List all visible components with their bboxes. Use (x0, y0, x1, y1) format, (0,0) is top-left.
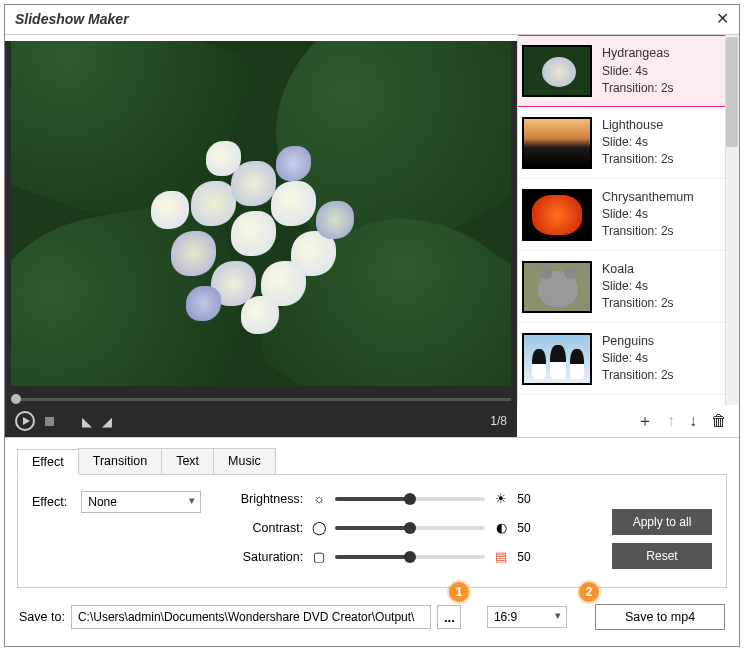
contrast-value: 50 (517, 521, 539, 535)
thumbnail-image (522, 333, 592, 385)
thumbnail-name: Koala (602, 261, 674, 279)
effect-dropdown[interactable]: None (81, 491, 201, 513)
titlebar: Slideshow Maker ✕ (5, 5, 739, 35)
thumbnail-slide-duration: Slide: 4s (602, 134, 674, 151)
thumbnail-image (522, 117, 592, 169)
list-item[interactable]: HydrangeasSlide: 4sTransition: 2s (518, 35, 739, 107)
move-down-icon[interactable]: ↓ (689, 412, 697, 430)
thumbnail-image (522, 189, 592, 241)
thumbnail-slide-duration: Slide: 4s (602, 350, 674, 367)
save-to-label: Save to: (19, 610, 65, 624)
thumbnail-transition-duration: Transition: 2s (602, 367, 674, 384)
saturation-slider[interactable] (335, 555, 485, 559)
brightness-slider[interactable] (335, 497, 485, 501)
preview-image (11, 41, 511, 386)
brightness-low-icon: ☼ (311, 491, 327, 506)
thumbnail-list: HydrangeasSlide: 4sTransition: 2sLightho… (517, 35, 739, 405)
list-item[interactable]: KoalaSlide: 4sTransition: 2s (518, 251, 739, 323)
move-up-icon[interactable]: ↑ (667, 412, 675, 430)
apply-to-all-button[interactable]: Apply to all (612, 509, 712, 535)
contrast-slider[interactable] (335, 526, 485, 530)
saturation-low-icon: ▢ (311, 549, 327, 564)
close-icon[interactable]: ✕ (716, 9, 729, 28)
seek-handle[interactable] (11, 394, 21, 404)
brightness-label: Brightness: (231, 492, 303, 506)
save-to-mp4-button[interactable]: Save to mp4 (595, 604, 725, 630)
preview-area: ◣ ◢ 1/8 (5, 41, 517, 437)
seek-bar[interactable] (11, 398, 511, 401)
brightness-high-icon: ☀ (493, 491, 509, 506)
scrollbar[interactable] (725, 35, 739, 405)
thumbnail-slide-duration: Slide: 4s (602, 206, 694, 223)
rotate-right-icon[interactable]: ◢ (102, 414, 112, 429)
contrast-label: Contrast: (231, 521, 303, 535)
play-button[interactable] (15, 411, 35, 431)
tab-effect[interactable]: Effect (17, 449, 79, 475)
thumbnail-actions: ＋ ↑ ↓ 🗑 (517, 405, 739, 437)
thumbnail-transition-duration: Transition: 2s (602, 80, 674, 97)
list-item[interactable]: ChrysanthemumSlide: 4sTransition: 2s (518, 179, 739, 251)
saturation-value: 50 (517, 550, 539, 564)
thumbnail-name: Lighthouse (602, 117, 674, 135)
thumbnail-transition-duration: Transition: 2s (602, 295, 674, 312)
window-title: Slideshow Maker (15, 11, 129, 27)
rotate-left-icon[interactable]: ◣ (82, 414, 92, 429)
thumbnail-slide-duration: Slide: 4s (602, 278, 674, 295)
tab-text[interactable]: Text (161, 448, 214, 474)
thumbnail-transition-duration: Transition: 2s (602, 151, 674, 168)
tab-music[interactable]: Music (213, 448, 276, 474)
annotation-1: 1 (449, 582, 469, 602)
thumbnail-image (522, 45, 592, 97)
aspect-ratio-dropdown[interactable]: 16:9 (487, 606, 567, 628)
contrast-low-icon: ◯ (311, 520, 327, 535)
thumbnail-name: Penguins (602, 333, 674, 351)
saturation-high-icon: ▤ (493, 549, 509, 564)
thumbnail-name: Hydrangeas (602, 45, 674, 63)
tab-transition[interactable]: Transition (78, 448, 162, 474)
save-path-input[interactable] (71, 605, 431, 629)
effect-label: Effect: (32, 495, 67, 509)
saturation-label: Saturation: (231, 550, 303, 564)
list-item[interactable]: LighthouseSlide: 4sTransition: 2s (518, 107, 739, 179)
thumbnail-transition-duration: Transition: 2s (602, 223, 694, 240)
stop-button[interactable] (45, 417, 54, 426)
reset-button[interactable]: Reset (612, 543, 712, 569)
contrast-high-icon: ◐ (493, 520, 509, 535)
thumbnail-slide-duration: Slide: 4s (602, 63, 674, 80)
annotation-2: 2 (579, 582, 599, 602)
list-item[interactable]: PenguinsSlide: 4sTransition: 2s (518, 323, 739, 395)
tab-bar: Effect Transition Text Music (17, 448, 727, 475)
slide-counter: 1/8 (490, 414, 507, 428)
brightness-value: 50 (517, 492, 539, 506)
browse-button[interactable]: ... (437, 605, 461, 629)
delete-icon[interactable]: 🗑 (711, 412, 727, 430)
thumbnail-image (522, 261, 592, 313)
thumbnail-name: Chrysanthemum (602, 189, 694, 207)
add-icon[interactable]: ＋ (637, 411, 653, 432)
